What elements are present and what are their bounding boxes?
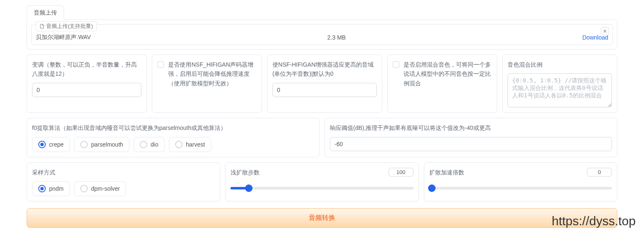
radio-icon: [80, 141, 88, 148]
mix-label: 是否启用混合音色，可将同一个多说话人模型中的不同音色按一定比例混合: [404, 60, 492, 88]
radio-icon: [38, 185, 46, 192]
shallow-value-badge: 100: [389, 168, 414, 177]
nsf-cell: 是否使用NSF_HIFIGAN声码器增强，启用后可能会降低推理速度（使用扩散模型…: [152, 55, 262, 113]
pitch-cell: 变调（整数，可以正负，半音数量，升高八度就是12）: [27, 55, 147, 113]
f0-radio-label: parselmouth: [91, 141, 123, 148]
uploaded-file-name: 贝加尔湖畔原声.WAV: [36, 34, 91, 41]
threshold-input[interactable]: [330, 137, 612, 151]
upload-panel: 音频上传(支持批量) ✕ 贝加尔湖畔原声.WAV 2.3 MB Download: [27, 20, 617, 50]
sample-radio-dpm-solver[interactable]: dpm-solver: [74, 181, 126, 196]
sample-cell: 采样方式 pndmdpm-solver: [27, 162, 220, 202]
sample-radio-group: pndmdpm-solver: [32, 181, 215, 196]
pitch-input[interactable]: [32, 83, 141, 97]
sample-radio-label: pndm: [49, 185, 64, 192]
f0-radio-group: crepeparselmouthdioharvest: [32, 137, 314, 152]
clear-upload-button[interactable]: ✕: [601, 27, 609, 35]
upload-dropzone[interactable]: 音频上传(支持批量) ✕ 贝加尔湖畔原声.WAV 2.3 MB Download: [31, 24, 613, 45]
sample-radio-pndm[interactable]: pndm: [32, 181, 70, 196]
ratio-input[interactable]: [508, 73, 612, 107]
mix-checkbox[interactable]: [393, 61, 399, 68]
ratio-label: 音色混合比例: [508, 60, 612, 69]
f0-cell: f0提取算法（如果出现音域内哑音可以尝试更换为parselmouth或其他算法）…: [27, 118, 320, 157]
f0-radio-label: harvest: [186, 141, 205, 148]
nsf-label: 是否使用NSF_HIFIGAN声码器增强，启用后可能会降低推理速度（使用扩散模型…: [168, 60, 256, 88]
threshold-label: 响应阈值(dB),推理干声如果有底噪可以将这个值改为-40或更高: [330, 123, 612, 132]
f0-radio-crepe[interactable]: crepe: [32, 137, 70, 152]
tab-audio-upload[interactable]: 音频上传: [27, 5, 64, 20]
convert-button[interactable]: 音频转换: [27, 208, 617, 228]
semitone-cell: 使NSF-HIFIGAN增强器适应更高的音域(单位为半音数)|默认为0: [267, 55, 382, 113]
f0-label: f0提取算法（如果出现音域内哑音可以尝试更换为parselmouth或其他算法）: [32, 123, 314, 132]
ratio-cell: 音色混合比例: [502, 55, 617, 113]
radio-icon: [175, 141, 183, 148]
radio-icon: [80, 185, 88, 192]
shallow-label: 浅扩散步数: [230, 168, 260, 177]
radio-icon: [38, 141, 46, 148]
mix-cell: 是否启用混合音色，可将同一个多说话人模型中的不同音色按一定比例混合: [387, 55, 497, 113]
sample-radio-label: dpm-solver: [91, 185, 120, 192]
semitone-label: 使NSF-HIFIGAN增强器适应更高的音域(单位为半音数)|默认为0: [272, 60, 377, 79]
file-icon: [40, 24, 45, 29]
f0-radio-label: crepe: [49, 141, 64, 148]
semitone-input[interactable]: [272, 83, 377, 97]
accel-slider-thumb[interactable]: [428, 184, 436, 192]
sample-label: 采样方式: [32, 168, 215, 177]
shallow-slider[interactable]: [230, 187, 413, 189]
uploaded-file-size: 2.3 MB: [91, 34, 582, 41]
radio-icon: [140, 141, 147, 148]
threshold-cell: 响应阈值(dB),推理干声如果有底噪可以将这个值改为-40或更高: [324, 118, 617, 157]
accel-label: 扩散加速倍数: [429, 168, 464, 177]
shallow-cell: 浅扩散步数 100: [225, 162, 419, 202]
accel-cell: 扩散加速倍数 0: [424, 162, 617, 202]
f0-radio-harvest[interactable]: harvest: [169, 137, 211, 152]
nsf-checkbox[interactable]: [157, 61, 164, 68]
shallow-slider-thumb[interactable]: [245, 184, 253, 192]
upload-label-text: 音频上传(支持批量): [46, 22, 93, 30]
f0-radio-parselmouth[interactable]: parselmouth: [74, 137, 129, 152]
accel-slider[interactable]: [429, 187, 612, 189]
accel-value-badge: 0: [587, 168, 612, 177]
upload-label-badge: 音频上传(支持批量): [36, 21, 97, 31]
f0-radio-dio[interactable]: dio: [134, 137, 165, 152]
pitch-label: 变调（整数，可以正负，半音数量，升高八度就是12）: [32, 60, 141, 79]
f0-radio-label: dio: [151, 141, 159, 148]
